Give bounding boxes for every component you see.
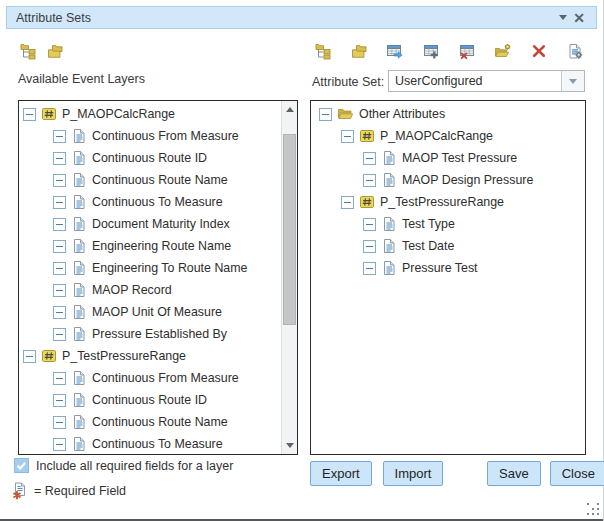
new-attribute-set-button[interactable] — [493, 41, 513, 61]
attribute-sets-dialog: Attribute Sets ✕ Available Event Layers … — [0, 0, 604, 521]
export-button[interactable]: Export — [310, 461, 372, 486]
tree-item[interactable]: Continuous From Measure — [20, 367, 280, 389]
collapse-expander[interactable] — [319, 108, 332, 121]
tree-item[interactable]: Other Attributes — [312, 103, 584, 125]
add-table-button[interactable] — [421, 41, 441, 61]
collapse-expander[interactable] — [341, 196, 354, 209]
collapse-expander[interactable] — [363, 174, 376, 187]
tree-item[interactable]: Document Maturity Index — [20, 213, 280, 235]
tree-item[interactable]: P_TestPressureRange — [20, 345, 280, 367]
doc-icon — [381, 216, 397, 232]
doc-icon — [71, 260, 87, 276]
collapse-expander[interactable] — [53, 218, 66, 231]
collapse-expander[interactable] — [53, 152, 66, 165]
tree-item[interactable]: P_MAOPCalcRange — [312, 125, 584, 147]
tree-item[interactable]: Pressure Established By — [20, 323, 280, 345]
collapse-all-attributes-button[interactable] — [349, 41, 369, 61]
attribute-set-properties-button[interactable] — [565, 41, 585, 61]
close-button[interactable]: Close — [550, 461, 604, 486]
collapse-expander[interactable] — [53, 394, 66, 407]
close-icon: ✕ — [573, 11, 585, 25]
close-dialog-button[interactable]: ✕ — [571, 10, 587, 26]
doc-icon — [381, 260, 397, 276]
collapse-expander[interactable] — [53, 438, 66, 451]
collapse-expander[interactable] — [53, 130, 66, 143]
tree-item-label: Continuous From Measure — [92, 371, 239, 385]
tree-item[interactable]: Continuous Route Name — [20, 411, 280, 433]
scroll-down-button[interactable] — [282, 438, 297, 453]
attribute-set-dropdown[interactable]: UserConfigured — [388, 70, 585, 92]
tree-item[interactable]: Continuous Route Name — [20, 169, 280, 191]
tree-item[interactable]: Continuous From Measure — [20, 125, 280, 147]
collapse-expander[interactable] — [53, 306, 66, 319]
tree-item[interactable]: Continuous To Measure — [20, 433, 280, 453]
left-panel-scrollbar[interactable] — [281, 101, 297, 454]
required-field-legend-text: = Required Field — [34, 484, 126, 498]
collapse-expander[interactable] — [23, 108, 36, 121]
collapse-expander[interactable] — [53, 240, 66, 253]
collapse-dialog-button[interactable] — [555, 10, 571, 26]
tree-item[interactable]: Pressure Test — [312, 257, 584, 279]
attribute-set-tree: Other AttributesP_MAOPCalcRangeMAOP Test… — [312, 103, 584, 453]
collapse-expander[interactable] — [341, 130, 354, 143]
scrollbar-thumb[interactable] — [283, 134, 296, 325]
tree-item[interactable]: Continuous Route ID — [20, 147, 280, 169]
doc-icon — [71, 304, 87, 320]
tree-item[interactable]: Engineering Route Name — [20, 235, 280, 257]
include-required-checkbox-label: Include all required fields for a layer — [36, 459, 233, 473]
collapse-expander[interactable] — [53, 196, 66, 209]
tree-item[interactable]: P_MAOPCalcRange — [20, 103, 280, 125]
save-button[interactable]: Save — [487, 461, 541, 486]
doc-icon — [71, 216, 87, 232]
scroll-up-button[interactable] — [282, 102, 297, 117]
minus-icon — [56, 444, 63, 445]
chevron-down-icon — [569, 79, 577, 84]
tree-item[interactable]: Test Date — [312, 235, 584, 257]
minus-icon — [56, 334, 63, 335]
doc-icon — [71, 326, 87, 342]
include-required-checkbox[interactable] — [14, 458, 29, 473]
collapse-expander[interactable] — [53, 174, 66, 187]
tree-item[interactable]: Test Type — [312, 213, 584, 235]
tree-item-label: Continuous Route ID — [92, 151, 207, 165]
tree-item[interactable]: Continuous To Measure — [20, 191, 280, 213]
required-field-legend: = Required Field — [12, 482, 126, 500]
tree-item[interactable]: Continuous Route ID — [20, 389, 280, 411]
minus-icon — [366, 246, 373, 247]
add-selected-fields-button[interactable] — [385, 41, 405, 61]
collapse-expander[interactable] — [363, 218, 376, 231]
doc-icon — [71, 282, 87, 298]
minus-icon — [56, 400, 63, 401]
tree-item[interactable]: MAOP Test Pressure — [312, 147, 584, 169]
tree-item[interactable]: MAOP Design Pressure — [312, 169, 584, 191]
collapse-expander[interactable] — [53, 416, 66, 429]
resize-grip[interactable] — [587, 503, 600, 516]
expand-all-layers-button[interactable] — [18, 41, 38, 61]
collapse-expander[interactable] — [53, 262, 66, 275]
tree-item[interactable]: MAOP Unit Of Measure — [20, 301, 280, 323]
tree-item-label: Other Attributes — [359, 107, 445, 121]
collapse-expander[interactable] — [363, 262, 376, 275]
import-button[interactable]: Import — [383, 461, 444, 486]
tree-item[interactable]: P_TestPressureRange — [312, 191, 584, 213]
collapse-expander[interactable] — [53, 372, 66, 385]
delete-attribute-set-button[interactable] — [529, 41, 549, 61]
available-layers-panel: P_MAOPCalcRangeContinuous From MeasureCo… — [18, 100, 298, 455]
minus-icon — [56, 158, 63, 159]
expand-all-attributes-button[interactable] — [313, 41, 333, 61]
tree-item[interactable]: Engineering To Route Name — [20, 257, 280, 279]
tree-item[interactable]: MAOP Record — [20, 279, 280, 301]
collapse-expander[interactable] — [53, 284, 66, 297]
dropdown-arrow-button[interactable] — [561, 71, 584, 91]
remove-table-button[interactable] — [457, 41, 477, 61]
collapse-expander[interactable] — [363, 152, 376, 165]
collapse-all-layers-button[interactable] — [45, 41, 65, 61]
tree-item-label: Engineering To Route Name — [92, 261, 247, 275]
tree-item-label: Pressure Test — [402, 261, 478, 275]
doc-icon — [71, 370, 87, 386]
chevron-down-icon — [559, 15, 567, 20]
collapse-expander[interactable] — [23, 350, 36, 363]
collapse-expander[interactable] — [53, 328, 66, 341]
minus-icon — [322, 114, 329, 115]
collapse-expander[interactable] — [363, 240, 376, 253]
